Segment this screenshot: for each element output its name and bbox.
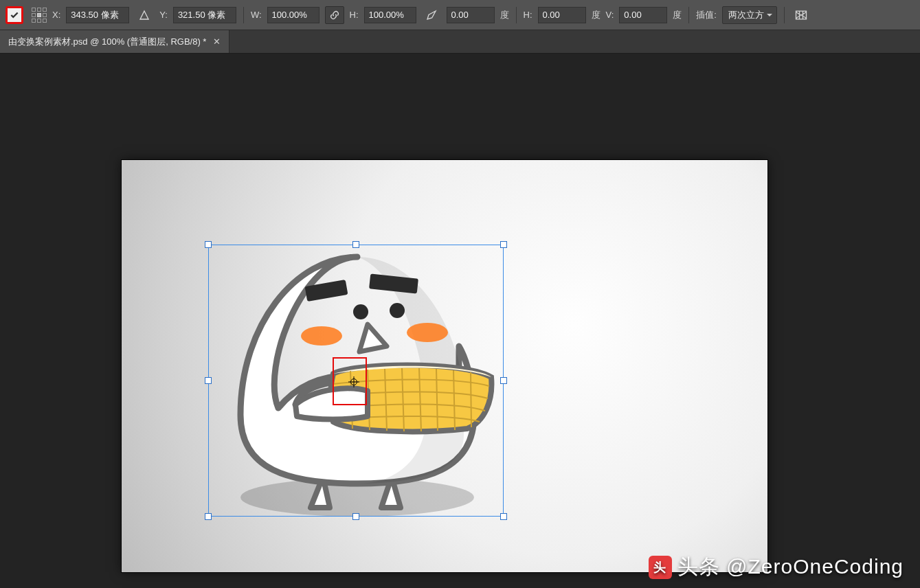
deg-label-3: 度 <box>673 9 682 21</box>
svg-point-4 <box>390 303 405 318</box>
width-input[interactable] <box>267 7 319 23</box>
warp-icon <box>794 9 808 21</box>
y-input[interactable] <box>173 7 236 23</box>
work-area: 头 头条 @ZeroOneCoding <box>0 54 920 588</box>
document-title: 由变换案例素材.psd @ 100% (普通图层, RGB/8) * <box>8 36 206 48</box>
svg-point-5 <box>301 326 342 346</box>
rotate-input[interactable] <box>447 7 495 23</box>
separator <box>243 7 244 23</box>
skew-v-label: V: <box>606 10 614 20</box>
link-icon <box>329 10 340 21</box>
skew-h-input[interactable] <box>538 7 586 23</box>
svg-point-6 <box>407 323 448 342</box>
layer-content <box>213 243 508 525</box>
separator <box>688 7 689 23</box>
separator <box>784 7 785 23</box>
document-tab-bar: 由变换案例素材.psd @ 100% (普通图层, RGB/8) * ✕ <box>0 30 920 54</box>
svg-point-3 <box>353 304 368 319</box>
h-label: H: <box>350 10 359 20</box>
w-label: W: <box>251 10 262 20</box>
x-input[interactable] <box>66 7 129 23</box>
transform-options-bar: X: Y: W: H: 度 H: 度 V: 度 插值: 两次立方 <box>0 0 920 30</box>
check-icon <box>10 10 19 20</box>
x-label: X: <box>52 10 60 20</box>
watermark-logo-icon: 头 <box>649 556 672 579</box>
y-label: Y: <box>159 10 168 20</box>
interpolation-value: 两次立方 <box>728 9 764 21</box>
svg-rect-2 <box>369 273 418 293</box>
rotate-icon[interactable] <box>422 6 441 24</box>
commit-transform-button[interactable] <box>5 6 23 24</box>
watermark: 头 头条 @ZeroOneCoding <box>649 553 904 581</box>
warp-mode-button[interactable] <box>792 6 811 24</box>
document-tab[interactable]: 由变换案例素材.psd @ 100% (普通图层, RGB/8) * ✕ <box>0 30 229 53</box>
deg-label-1: 度 <box>500 9 509 21</box>
relative-position-icon[interactable] <box>135 6 154 24</box>
deg-label-2: 度 <box>592 9 601 21</box>
link-aspect-button[interactable] <box>325 6 344 24</box>
close-tab-button[interactable]: ✕ <box>213 36 221 47</box>
interp-label: 插值: <box>696 9 717 21</box>
height-input[interactable] <box>364 7 416 23</box>
skew-v-input[interactable] <box>619 7 667 23</box>
interpolation-select[interactable]: 两次立方 <box>722 6 777 24</box>
skew-h-label: H: <box>524 10 532 20</box>
watermark-text: 头条 @ZeroOneCoding <box>677 553 904 581</box>
reference-point-grid[interactable] <box>32 8 47 23</box>
separator <box>516 7 517 23</box>
